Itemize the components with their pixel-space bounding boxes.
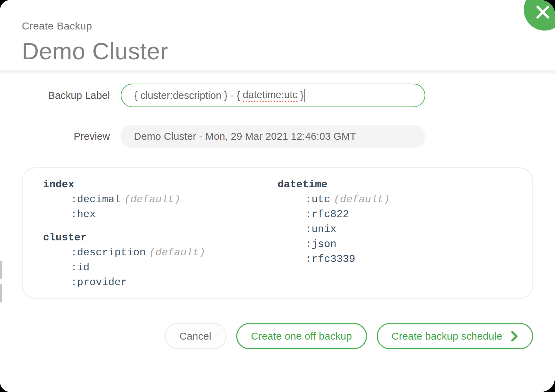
variable-group-datetime: datetime :utc(default) :rfc822 :unix :js… [278,177,512,267]
default-tag: (default) [124,194,180,205]
preview-row: Preview Demo Cluster - Mon, 29 Mar 2021 … [0,125,555,148]
help-column-right: datetime :utc(default) :rfc822 :unix :js… [278,177,512,298]
create-backup-schedule-button[interactable]: Create backup schedule [377,323,533,349]
variable-option: :hex [43,207,278,222]
variable-group-cluster: cluster :description(default) :id :provi… [43,230,278,290]
close-icon [536,5,550,19]
header-divider [0,70,555,74]
variable-option: :id [43,260,278,275]
preview-label: Preview [0,131,110,142]
template-variables-help: index :decimal(default) :hex cluster :de… [22,167,533,299]
underlying-page-artifact [0,284,2,302]
input-text-after: } [298,90,304,101]
cancel-button[interactable]: Cancel [164,323,226,349]
variable-group-index: index :decimal(default) :hex [43,177,278,222]
help-column-left: index :decimal(default) :hex cluster :de… [43,177,278,298]
backup-label-label: Backup Label [0,90,110,101]
chevron-right-icon [511,331,518,342]
variable-option: :rfc822 [278,207,512,222]
variable-option: :json [278,237,512,252]
group-name: datetime [278,177,512,192]
variable-option: :provider [43,275,278,290]
variable-option: :rfc3339 [278,252,512,267]
default-tag: (default) [334,194,390,205]
preview-text: Demo Cluster - Mon, 29 Mar 2021 12:46:03… [134,131,356,142]
backup-form: Backup Label { cluster:description } - {… [0,84,555,148]
create-one-off-backup-button[interactable]: Create one off backup [236,323,367,349]
dialog-header: Create Backup Demo Cluster [0,0,555,70]
group-name: cluster [43,230,278,245]
variable-option: :decimal(default) [43,192,278,207]
create-backup-dialog: Create Backup Demo Cluster Backup Label … [0,0,555,392]
page-title: Demo Cluster [22,37,533,65]
dialog-footer: Cancel Create one off backup Create back… [0,323,555,349]
variable-option: :description(default) [43,245,278,260]
backup-label-input[interactable]: { cluster:description } - { datetime:utc… [121,84,425,107]
preview-value: Demo Cluster - Mon, 29 Mar 2021 12:46:03… [121,125,425,148]
input-text-before: { cluster:description } - { [134,90,243,101]
underlying-page-artifact [0,261,2,279]
text-caret [304,89,305,102]
dialog-eyebrow: Create Backup [22,19,533,33]
group-name: index [43,177,278,192]
variable-option: :utc(default) [278,192,512,207]
backup-label-row: Backup Label { cluster:description } - {… [0,84,555,107]
default-tag: (default) [149,247,205,258]
create-backup-schedule-label: Create backup schedule [392,331,502,342]
input-text-misspelled: datetime:utc [243,89,298,102]
variable-option: :unix [278,222,512,237]
